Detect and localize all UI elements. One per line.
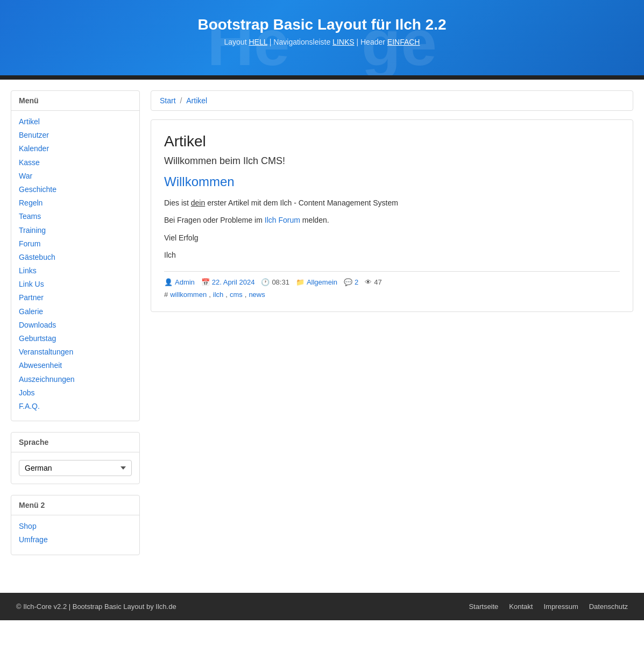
footer-links: Startseite Kontakt Impressum Datenschutz: [469, 603, 628, 611]
tag-news[interactable]: news: [249, 290, 265, 299]
tag-sep1: ,: [209, 290, 211, 299]
clock-icon: 🕐: [261, 278, 270, 286]
breadcrumb-separator: /: [180, 96, 184, 105]
sidebar-item-kasse[interactable]: Kasse: [19, 156, 132, 169]
sidebar-item-teams[interactable]: Teams: [19, 210, 132, 223]
sidebar-item-geschichte[interactable]: Geschichte: [19, 183, 132, 196]
article-closing1: Viel Erfolg: [164, 232, 620, 244]
header-links-link[interactable]: LINKS: [332, 38, 354, 46]
sidebar-menu2-nav: Shop Umfrage: [11, 515, 139, 554]
main-content: Start / Artikel Artikel Willkommen beim …: [151, 90, 633, 566]
tag-sep3: ,: [245, 290, 247, 299]
topbar: [0, 75, 644, 80]
article-tags: # willkommen , ilch , cms , news: [164, 290, 620, 299]
article-dein: dein: [191, 199, 205, 207]
sidebar-item-forum[interactable]: Forum: [19, 237, 132, 251]
sidebar-language-title: Sprache: [11, 433, 139, 452]
sidebar-item-jobs[interactable]: Jobs: [19, 386, 132, 400]
article-forum-prefix: Bei Fragen oder Probleme im: [164, 216, 265, 224]
article-forum-suffix: melden.: [302, 216, 329, 224]
sidebar-item-artikel[interactable]: Artikel: [19, 115, 132, 129]
meta-category-link[interactable]: Allgemein: [307, 278, 337, 286]
sidebar-item-regeln[interactable]: Regeln: [19, 196, 132, 210]
sidebar-item-war[interactable]: War: [19, 169, 132, 183]
sidebar-menu1-title: Menü: [11, 91, 139, 111]
meta-author-item: 👤 Admin: [164, 278, 195, 286]
meta-date-link[interactable]: 22. April 2024: [212, 278, 255, 286]
article-meta: 👤 Admin 📅 22. April 2024 🕐 08:31 📁 Allge…: [164, 278, 620, 286]
header-layout-label: Layout: [224, 38, 249, 46]
header-einfach-link[interactable]: EINFACH: [387, 38, 420, 46]
sidebar-menu1-nav: Artikel Benutzer Kalender Kasse War Gesc…: [11, 111, 139, 421]
tag-ilch[interactable]: ilch: [213, 290, 224, 299]
eye-icon: 👁: [365, 278, 372, 286]
breadcrumb-current[interactable]: Artikel: [186, 96, 207, 105]
meta-comments-link[interactable]: 2: [355, 278, 358, 286]
sidebar-language-box: Sprache German English Français: [11, 432, 140, 484]
footer-copyright-text: © Ilch-Core v2.2 | Bootstrap Basic Layou…: [16, 603, 155, 611]
meta-category-item: 📁 Allgemein: [296, 278, 337, 286]
tag-sep2: ,: [225, 290, 228, 299]
language-select[interactable]: German English Français: [19, 460, 132, 476]
article-closing2: Ilch: [164, 249, 620, 261]
footer-copyright: © Ilch-Core v2.2 | Bootstrap Basic Layou…: [16, 603, 176, 611]
tag-willkommen[interactable]: willkommen: [170, 290, 207, 299]
sidebar-item-links[interactable]: Links: [19, 264, 132, 278]
tag-icon: #: [164, 290, 168, 299]
meta-comments-item: 💬 2: [344, 278, 358, 286]
sidebar-language-container: German English Français: [11, 452, 139, 484]
sidebar-item-link-us[interactable]: Link Us: [19, 278, 132, 291]
article-subtitle: Willkommen beim Ilch CMS!: [164, 155, 620, 167]
sidebar-item-faq[interactable]: F.A.Q.: [19, 400, 132, 413]
meta-time-value: 08:31: [272, 278, 289, 286]
sidebar-item-downloads[interactable]: Downloads: [19, 318, 132, 332]
header-sep1: | Navigationsleiste: [270, 38, 332, 46]
calendar-icon: 📅: [201, 278, 210, 286]
meta-date-item: 📅 22. April 2024: [201, 278, 255, 286]
site-title: Bootstrap Basic Layout für Ilch 2.2: [11, 16, 633, 33]
meta-views-item: 👁 47: [365, 278, 381, 286]
sidebar-item-galerie[interactable]: Galerie: [19, 305, 132, 318]
sidebar-item-benutzer[interactable]: Benutzer: [19, 129, 132, 142]
main-container: Menü Artikel Benutzer Kalender Kasse War…: [0, 80, 644, 577]
article-box: Artikel Willkommen beim Ilch CMS! Willko…: [151, 119, 633, 312]
sidebar-menu1-box: Menü Artikel Benutzer Kalender Kasse War…: [11, 90, 140, 421]
article-forum-link[interactable]: Ilch Forum: [265, 216, 300, 224]
sidebar-item-auszeichnungen[interactable]: Auszeichnungen: [19, 373, 132, 386]
site-footer: © Ilch-Core v2.2 | Bootstrap Basic Layou…: [0, 593, 644, 620]
sidebar: Menü Artikel Benutzer Kalender Kasse War…: [11, 90, 140, 566]
sidebar-item-gaestebuch[interactable]: Gästebuch: [19, 251, 132, 264]
article-body-line2: Bei Fragen oder Probleme im Ilch Forum m…: [164, 214, 620, 226]
site-header: He ge Bootstrap Basic Layout für Ilch 2.…: [0, 0, 644, 75]
header-hell-link[interactable]: HELL: [249, 38, 267, 46]
sidebar-item-kalender[interactable]: Kalender: [19, 142, 132, 155]
sidebar-item-umfrage[interactable]: Umfrage: [19, 533, 132, 547]
tag-cms[interactable]: cms: [230, 290, 243, 299]
sidebar-item-geburtstag[interactable]: Geburtstag: [19, 332, 132, 345]
article-body-line1: Dies ist dein erster Artikel mit dem Ilc…: [164, 197, 620, 209]
footer-ilch-link[interactable]: Ilch.de: [155, 603, 176, 611]
footer-link-impressum[interactable]: Impressum: [543, 603, 578, 611]
user-icon: 👤: [164, 278, 173, 286]
article-signature: Viel Erfolg Ilch: [164, 232, 620, 261]
sidebar-item-training[interactable]: Training: [19, 224, 132, 237]
breadcrumb-start[interactable]: Start: [160, 96, 176, 105]
sidebar-item-veranstaltungen[interactable]: Veranstaltungen: [19, 345, 132, 359]
sidebar-item-partner[interactable]: Partner: [19, 291, 132, 304]
footer-link-startseite[interactable]: Startseite: [469, 603, 498, 611]
breadcrumb: Start / Artikel: [151, 90, 633, 111]
footer-link-kontakt[interactable]: Kontakt: [509, 603, 533, 611]
article-divider: [164, 271, 620, 272]
footer-link-datenschutz[interactable]: Datenschutz: [589, 603, 628, 611]
meta-author-link[interactable]: Admin: [175, 278, 195, 286]
header-subtitle: Layout HELL | Navigationsleiste LINKS | …: [11, 38, 633, 46]
article-title: Artikel: [164, 133, 620, 150]
article-body: Dies ist dein erster Artikel mit dem Ilc…: [164, 197, 620, 261]
sidebar-menu2-title: Menü 2: [11, 495, 139, 515]
sidebar-item-shop[interactable]: Shop: [19, 520, 132, 533]
meta-time-item: 🕐 08:31: [261, 278, 289, 286]
sidebar-item-abwesenheit[interactable]: Abwesenheit: [19, 359, 132, 372]
article-link[interactable]: Willkommen: [164, 174, 620, 189]
comment-icon: 💬: [344, 278, 352, 286]
meta-views-value: 47: [374, 278, 381, 286]
